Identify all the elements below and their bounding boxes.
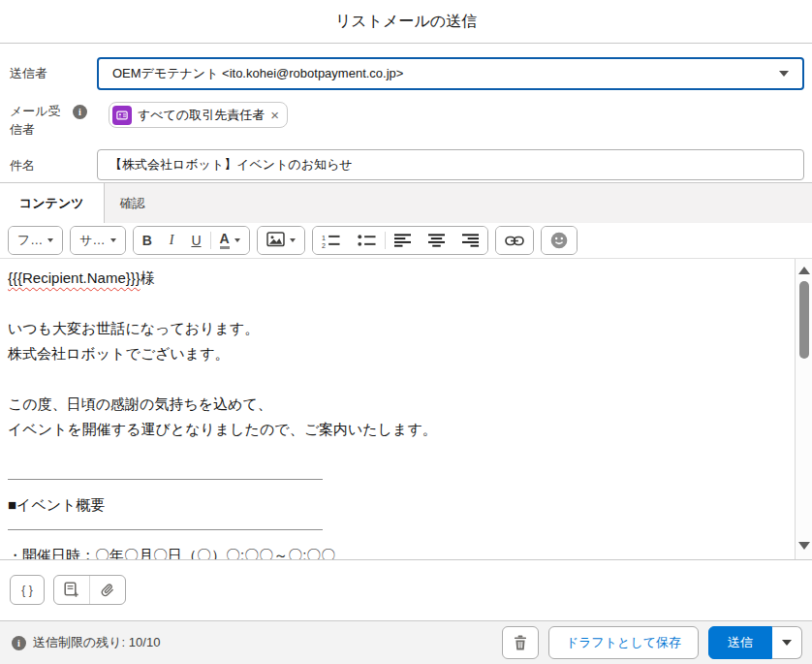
body-line: この度、日頃の感謝の気持ちを込めて、 — [8, 392, 783, 417]
bullet-list-button[interactable] — [349, 227, 385, 254]
chevron-down-icon — [47, 238, 53, 242]
recipients-row: メール受信者 i すべての取引先責任者 × — [10, 102, 804, 139]
underline-button[interactable]: U — [182, 227, 209, 254]
merge-field-token: {{{Recipient.Name}}} — [8, 269, 141, 286]
bold-button[interactable]: B — [134, 227, 161, 254]
dialog-header: リストメールの送信 — [0, 0, 812, 44]
save-draft-button[interactable]: ドラフトとして保存 — [548, 626, 699, 659]
send-limit: i 送信制限の残り: 10/10 — [12, 634, 160, 651]
remove-recipient-icon[interactable]: × — [270, 108, 279, 122]
emoji-icon — [550, 232, 568, 249]
send-button[interactable]: 送信 — [708, 626, 772, 659]
merge-field-suffix: 様 — [141, 269, 155, 286]
bullet-list-icon — [358, 234, 376, 248]
tab-confirm[interactable]: 確認 — [105, 183, 161, 223]
template-icon — [64, 582, 79, 598]
recipients-label: メール受信者 — [10, 102, 64, 139]
chevron-down-icon — [782, 640, 792, 646]
align-left-icon — [394, 234, 411, 247]
chevron-down-icon — [779, 71, 789, 77]
text-style-group: B I U A — [133, 226, 250, 255]
body-line: ・開催日時：〇年〇月〇日（〇）〇:〇〇～〇:〇〇 — [8, 543, 783, 560]
sender-value: OEMデモテナント <ito.kohei@robotpayment.co.jp> — [112, 65, 779, 82]
numbered-list-button[interactable]: 1 2 — [313, 227, 349, 254]
richtext-toolbar: フ… サ… B I U A — [0, 223, 812, 259]
horizontal-rule — [8, 479, 323, 480]
contact-icon — [112, 106, 132, 125]
align-center-button[interactable] — [420, 227, 453, 254]
subject-input[interactable] — [97, 149, 804, 180]
italic-button[interactable]: I — [161, 227, 183, 254]
link-icon — [505, 236, 524, 246]
body-line: いつも大変お世話になっております。 — [8, 316, 783, 341]
paperclip-icon — [101, 583, 115, 598]
font-family-dropdown[interactable]: フ… — [8, 226, 63, 255]
tab-bar: コンテンツ 確認 — [0, 182, 812, 223]
blank-line — [8, 366, 783, 392]
image-icon — [266, 232, 285, 250]
scrollbar-thumb[interactable] — [799, 281, 809, 359]
subject-row: 件名 — [10, 149, 804, 180]
text-color-button[interactable]: A — [211, 227, 249, 254]
sender-select[interactable]: OEMデモテナント <ito.kohei@robotpayment.co.jp> — [97, 57, 804, 90]
email-body-content: {{{Recipient.Name}}}様 いつも大変お世話になっております。 … — [0, 259, 812, 560]
footer-bar: i 送信制限の残り: 10/10 ドラフトとして保存 送信 — [0, 620, 812, 664]
font-family-label: フ… — [17, 232, 43, 249]
insert-template-button[interactable] — [54, 576, 89, 604]
chevron-down-icon — [290, 238, 296, 242]
send-options-button[interactable] — [772, 626, 802, 659]
footer-actions: ドラフトとして保存 送信 — [502, 626, 802, 659]
body-section-title: ■イベント概要 — [8, 492, 783, 518]
send-button-group: 送信 — [708, 626, 802, 659]
svg-text:2: 2 — [322, 241, 326, 247]
align-left-button[interactable] — [386, 227, 420, 254]
trash-icon — [514, 635, 527, 650]
blank-line — [8, 291, 783, 316]
font-size-dropdown[interactable]: サ… — [70, 226, 125, 255]
list-email-dialog: リストメールの送信 送信者 OEMデモテナント <ito.kohei@robot… — [0, 0, 812, 664]
send-limit-text: 送信制限の残り: 10/10 — [33, 634, 160, 651]
body-line: 株式会社ロボットでございます。 — [8, 341, 783, 366]
numbered-list-icon: 1 2 — [322, 234, 340, 248]
body-line: イベントを開催する運びとなりましたので、ご案内いたします。 — [8, 417, 783, 442]
body-line: {{{Recipient.Name}}}様 — [8, 266, 783, 291]
subject-label: 件名 — [10, 155, 97, 174]
chevron-down-icon — [110, 238, 116, 242]
scroll-down-icon[interactable] — [798, 542, 810, 550]
align-center-icon — [428, 234, 445, 247]
recipient-pill[interactable]: すべての取引先責任者 × — [109, 102, 288, 128]
insert-image-button[interactable] — [257, 226, 305, 255]
page-title: リストメールの送信 — [335, 12, 477, 32]
email-body-editor[interactable]: {{{Recipient.Name}}}様 いつも大変お世話になっております。 … — [0, 259, 812, 560]
merge-field-button[interactable]: { } — [10, 575, 45, 605]
attach-file-button[interactable] — [90, 576, 125, 604]
text-color-label: A — [220, 232, 230, 249]
insert-link-button[interactable] — [495, 226, 534, 255]
align-right-button[interactable] — [453, 227, 487, 254]
emoji-button[interactable] — [541, 226, 578, 255]
info-icon[interactable]: i — [73, 105, 87, 119]
sender-label: 送信者 — [10, 65, 97, 82]
delete-button[interactable] — [502, 626, 539, 659]
align-right-icon — [462, 234, 479, 247]
list-align-group: 1 2 — [312, 226, 488, 255]
horizontal-rule — [8, 529, 323, 530]
recipients-label-wrap: メール受信者 i — [10, 102, 97, 139]
recipient-pill-label: すべての取引先責任者 — [138, 107, 265, 124]
tab-content[interactable]: コンテンツ — [0, 183, 105, 223]
scroll-up-icon[interactable] — [798, 267, 810, 274]
svg-text:1: 1 — [322, 234, 326, 241]
blank-line — [8, 442, 783, 467]
email-form: 送信者 OEMデモテナント <ito.kohei@robotpayment.co… — [0, 44, 812, 182]
editor-scrollbar[interactable] — [795, 259, 812, 559]
insert-group — [53, 575, 126, 605]
insert-bar: { } — [0, 560, 812, 620]
chevron-down-icon — [234, 238, 240, 242]
sender-row: 送信者 OEMデモテナント <ito.kohei@robotpayment.co… — [10, 57, 804, 90]
font-size-label: サ… — [79, 232, 105, 249]
info-icon[interactable]: i — [12, 636, 26, 650]
